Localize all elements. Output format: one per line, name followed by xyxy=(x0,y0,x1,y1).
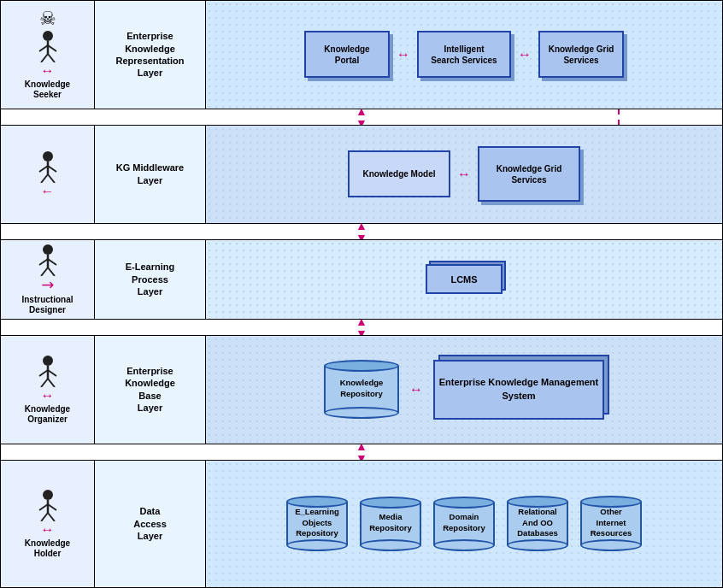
actor-label-5: Knowledge Holder xyxy=(25,538,70,559)
content-3: LCMS xyxy=(206,240,722,319)
actor-label-4: Knowledge Organizer xyxy=(25,404,70,425)
svg-line-4 xyxy=(41,54,48,62)
up-arrow-34: ▲ xyxy=(356,315,367,327)
svg-line-10 xyxy=(41,174,48,183)
knowledge-seeker-actor: ☠ ↔ Knowledge Seeker xyxy=(18,9,78,100)
person-figure-2 xyxy=(36,150,60,183)
content-4: Knowledge Repository ↔ Enterprise Knowle… xyxy=(206,336,722,444)
el-objects-cylinder: E_Learning Objects Repository xyxy=(283,496,351,551)
lcms-front: LCMS xyxy=(426,264,503,294)
up-arrow-23: ▲ xyxy=(356,220,367,232)
actor-2: ← xyxy=(18,150,78,198)
svg-point-0 xyxy=(43,31,53,41)
lcms-stack: LCMS xyxy=(426,264,503,294)
arrow-kp-iss: ↔ xyxy=(397,47,410,62)
svg-point-24 xyxy=(43,490,53,500)
actor-panel-4: ↔ Knowledge Organizer xyxy=(1,336,95,444)
up-arrow-12: ▲ xyxy=(356,105,367,117)
svg-line-2 xyxy=(39,45,48,51)
arrow-iss-kgs: ↔ xyxy=(518,47,532,62)
person-figure-3 xyxy=(36,244,60,276)
person-icon-1: ☠ xyxy=(39,9,56,28)
cyl-body-kr: Knowledge Repository xyxy=(324,366,399,413)
person-figure-1 xyxy=(36,30,60,62)
media-repo-cylinder: Media Repository xyxy=(356,497,425,551)
connector-1-2: ▲ ▼ xyxy=(0,109,723,125)
layer-name-2: KG Middleware Layer xyxy=(95,126,206,223)
person-figure-4 xyxy=(36,355,60,387)
ekms-front: Enterprise Knowledge Management System xyxy=(433,360,604,420)
actor-panel-2: ← xyxy=(1,126,95,223)
content-5: E_Learning Objects Repository Media Repo… xyxy=(206,461,722,587)
svg-line-27 xyxy=(48,504,56,510)
connector-2-3: ▲ ▼ xyxy=(0,224,723,239)
actor-panel-1: ☠ ↔ Knowledge Seeker xyxy=(1,1,95,109)
arrow-kr-ekms: ↔ xyxy=(409,382,423,397)
cyl-top-dr xyxy=(433,497,495,509)
knowledge-organizer-actor: ↔ Knowledge Organizer xyxy=(18,355,78,425)
architecture-diagram: ☠ ↔ Knowledge Seeker Enterprise Knowledg… xyxy=(0,0,723,588)
svg-line-15 xyxy=(48,259,56,265)
layer-kb: ↔ Knowledge Organizer Enterprise Knowled… xyxy=(0,335,723,444)
person-figure-5 xyxy=(36,489,60,521)
layer-name-3: E-Learning Process Layer xyxy=(95,240,206,319)
actor-arrow-3: ↙ xyxy=(38,275,57,295)
svg-line-20 xyxy=(39,370,48,376)
svg-line-9 xyxy=(48,166,56,172)
ekms-stack: Enterprise Knowledge Management System xyxy=(433,360,604,420)
domain-repo-cylinder: Domain Repository xyxy=(430,497,498,551)
actor-arrow-4: ↔ xyxy=(41,389,55,403)
cyl-bottom-mr xyxy=(360,539,421,551)
layer-kg-middleware: ← KG Middleware Layer Knowledge Model ↔ … xyxy=(0,125,723,224)
actor-panel-5: ↔ Knowledge Holder xyxy=(1,461,95,587)
other-internet-cylinder: Other Internet Resources xyxy=(577,496,645,551)
content-1: Knowledge Portal ↔ Intelligent Search Se… xyxy=(206,1,722,109)
layer-data-access: ↔ Knowledge Holder Data Access Layer E_L… xyxy=(0,460,723,588)
svg-line-16 xyxy=(41,268,48,276)
actor-arrow-5: ↔ xyxy=(41,523,55,537)
knowledge-portal-box: Knowledge Portal xyxy=(304,31,390,78)
svg-line-23 xyxy=(48,379,55,387)
cyl-bottom-dr xyxy=(433,539,495,551)
actor-arrow-2: ← xyxy=(41,185,55,198)
svg-line-14 xyxy=(39,259,48,265)
intelligent-search-box: Intelligent Search Services xyxy=(417,31,511,78)
svg-point-12 xyxy=(43,244,53,255)
svg-line-3 xyxy=(48,45,56,51)
svg-point-18 xyxy=(43,356,53,366)
instructional-designer-actor: ↙ Instructional Designer xyxy=(18,244,78,315)
actor-label-1: Knowledge Seeker xyxy=(25,79,70,100)
cyl-bottom-rdb xyxy=(507,539,568,551)
svg-line-26 xyxy=(39,504,48,510)
knowledge-grid-top-box: Knowledge Grid Services xyxy=(538,31,624,78)
connector-3-4: ▲ ▼ xyxy=(0,320,723,335)
svg-line-29 xyxy=(48,513,55,521)
arrow-km-kgs: ↔ xyxy=(457,167,471,182)
knowledge-holder-actor: ↔ Knowledge Holder xyxy=(18,489,78,559)
actor-arrow-1: ↔ xyxy=(41,64,55,78)
svg-line-11 xyxy=(48,174,55,183)
cyl-top-mr xyxy=(360,497,421,509)
content-2: Knowledge Model ↔ Knowledge Grid Service… xyxy=(206,126,722,223)
actor-label-3: Instructional Designer xyxy=(21,295,73,315)
cyl-bottom-elo xyxy=(286,539,348,551)
svg-line-22 xyxy=(41,379,48,387)
relational-db-cylinder: Relational And OO Databases xyxy=(503,496,572,551)
svg-line-5 xyxy=(48,54,55,62)
cyl-bottom-kr xyxy=(324,407,399,419)
knowledge-repository-cylinder: Knowledge Repository xyxy=(324,360,399,419)
svg-line-21 xyxy=(48,370,56,376)
cyl-bottom-oir xyxy=(580,539,642,551)
svg-point-6 xyxy=(43,151,53,162)
layer-knowledge-representation: ☠ ↔ Knowledge Seeker Enterprise Knowledg… xyxy=(0,0,723,109)
svg-line-8 xyxy=(39,166,48,172)
layer-elearning: ↙ Instructional Designer E-Learning Proc… xyxy=(0,239,723,320)
layer-name-4: Enterprise Knowledge Base Layer xyxy=(95,336,206,444)
connector-4-5: ▲ ▼ xyxy=(0,444,723,460)
actor-panel-3: ↙ Instructional Designer xyxy=(1,240,95,319)
layer-name-5: Data Access Layer xyxy=(95,461,206,587)
knowledge-model-box: Knowledge Model xyxy=(348,150,450,197)
knowledge-grid-mid-box: Knowledge Grid Services xyxy=(478,146,580,202)
layer-name-1: Enterprise Knowledge Representation Laye… xyxy=(95,1,206,109)
svg-line-28 xyxy=(41,513,48,521)
